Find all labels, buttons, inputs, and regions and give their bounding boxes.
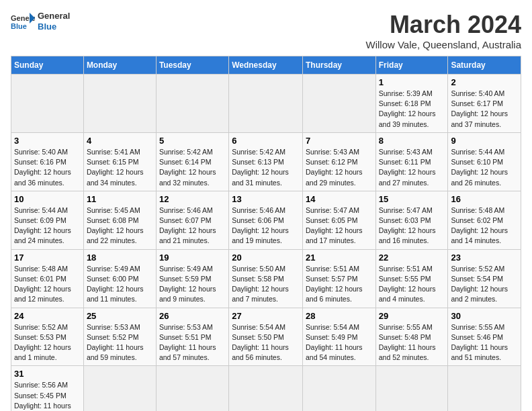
day-info: Sunrise: 5:52 AM Sunset: 5:53 PM Dayligh… — [14, 322, 81, 363]
calendar-cell — [229, 75, 303, 133]
day-info: Sunrise: 5:52 AM Sunset: 5:54 PM Dayligh… — [451, 264, 518, 305]
logo-general-text: General — [38, 11, 70, 21]
calendar-cell — [11, 75, 84, 133]
day-number: 10 — [14, 194, 81, 204]
day-info: Sunrise: 5:41 AM Sunset: 6:15 PM Dayligh… — [87, 147, 153, 188]
calendar-cell: 18Sunrise: 5:49 AM Sunset: 6:00 PM Dayli… — [83, 249, 156, 308]
calendar-cell: 11Sunrise: 5:45 AM Sunset: 6:08 PM Dayli… — [83, 191, 156, 249]
weekday-header: Friday — [375, 56, 448, 75]
day-number: 8 — [379, 136, 445, 146]
day-info: Sunrise: 5:44 AM Sunset: 6:09 PM Dayligh… — [14, 205, 81, 246]
calendar-cell — [448, 366, 521, 411]
day-number: 6 — [232, 136, 300, 146]
day-number: 11 — [87, 194, 153, 204]
day-number: 29 — [379, 311, 445, 321]
day-number: 4 — [87, 136, 153, 146]
calendar-cell: 29Sunrise: 5:55 AM Sunset: 5:48 PM Dayli… — [375, 308, 448, 366]
day-info: Sunrise: 5:46 AM Sunset: 6:07 PM Dayligh… — [159, 205, 226, 246]
calendar-week-row: 17Sunrise: 5:48 AM Sunset: 6:01 PM Dayli… — [11, 249, 521, 308]
day-info: Sunrise: 5:53 AM Sunset: 5:51 PM Dayligh… — [159, 322, 226, 363]
day-number: 20 — [232, 253, 300, 263]
calendar-cell: 1Sunrise: 5:39 AM Sunset: 6:18 PM Daylig… — [375, 75, 448, 133]
calendar-cell: 26Sunrise: 5:53 AM Sunset: 5:51 PM Dayli… — [156, 308, 228, 366]
day-info: Sunrise: 5:47 AM Sunset: 6:05 PM Dayligh… — [306, 205, 373, 246]
calendar-cell: 8Sunrise: 5:43 AM Sunset: 6:11 PM Daylig… — [375, 132, 448, 191]
location-title: Willow Vale, Queensland, Australia — [365, 39, 521, 50]
calendar-cell: 25Sunrise: 5:53 AM Sunset: 5:52 PM Dayli… — [83, 308, 156, 366]
day-number: 28 — [306, 311, 373, 321]
calendar-cell — [229, 366, 303, 411]
calendar-cell — [375, 366, 448, 411]
calendar-cell: 6Sunrise: 5:42 AM Sunset: 6:13 PM Daylig… — [229, 132, 303, 191]
calendar-cell — [302, 75, 375, 133]
day-number: 27 — [232, 311, 300, 321]
day-info: Sunrise: 5:47 AM Sunset: 6:03 PM Dayligh… — [379, 205, 445, 246]
logo-icon: General Blue — [11, 11, 35, 32]
calendar-cell: 17Sunrise: 5:48 AM Sunset: 6:01 PM Dayli… — [11, 249, 84, 308]
calendar-cell — [83, 366, 156, 411]
calendar-week-row: 24Sunrise: 5:52 AM Sunset: 5:53 PM Dayli… — [11, 308, 521, 366]
day-info: Sunrise: 5:51 AM Sunset: 5:55 PM Dayligh… — [379, 264, 445, 305]
calendar-week-row: 3Sunrise: 5:40 AM Sunset: 6:16 PM Daylig… — [11, 132, 521, 191]
day-number: 22 — [379, 253, 445, 263]
day-number: 30 — [451, 311, 518, 321]
day-number: 2 — [451, 77, 518, 87]
calendar-cell: 23Sunrise: 5:52 AM Sunset: 5:54 PM Dayli… — [448, 249, 521, 308]
calendar-cell: 5Sunrise: 5:42 AM Sunset: 6:14 PM Daylig… — [156, 132, 228, 191]
day-info: Sunrise: 5:42 AM Sunset: 6:14 PM Dayligh… — [159, 147, 226, 188]
day-info: Sunrise: 5:55 AM Sunset: 5:46 PM Dayligh… — [451, 322, 518, 363]
day-info: Sunrise: 5:50 AM Sunset: 5:58 PM Dayligh… — [232, 264, 300, 305]
day-info: Sunrise: 5:40 AM Sunset: 6:16 PM Dayligh… — [14, 147, 81, 188]
day-number: 15 — [379, 194, 445, 204]
day-info: Sunrise: 5:48 AM Sunset: 6:02 PM Dayligh… — [451, 205, 518, 246]
day-number: 25 — [87, 311, 153, 321]
calendar-cell: 19Sunrise: 5:49 AM Sunset: 5:59 PM Dayli… — [156, 249, 228, 308]
day-info: Sunrise: 5:49 AM Sunset: 5:59 PM Dayligh… — [159, 264, 226, 305]
day-number: 31 — [14, 369, 81, 379]
weekday-header: Tuesday — [156, 56, 228, 75]
weekday-header: Wednesday — [229, 56, 303, 75]
day-number: 13 — [232, 194, 300, 204]
logo: General Blue General Blue — [11, 11, 70, 32]
day-info: Sunrise: 5:44 AM Sunset: 6:10 PM Dayligh… — [451, 147, 518, 188]
calendar-cell — [302, 366, 375, 411]
calendar-cell — [83, 75, 156, 133]
calendar-cell: 22Sunrise: 5:51 AM Sunset: 5:55 PM Dayli… — [375, 249, 448, 308]
calendar-cell: 14Sunrise: 5:47 AM Sunset: 6:05 PM Dayli… — [302, 191, 375, 249]
day-info: Sunrise: 5:49 AM Sunset: 6:00 PM Dayligh… — [87, 264, 153, 305]
day-info: Sunrise: 5:46 AM Sunset: 6:06 PM Dayligh… — [232, 205, 300, 246]
calendar-cell: 7Sunrise: 5:43 AM Sunset: 6:12 PM Daylig… — [302, 132, 375, 191]
calendar-cell — [156, 366, 228, 411]
day-number: 12 — [159, 194, 226, 204]
day-number: 17 — [14, 253, 81, 263]
day-info: Sunrise: 5:54 AM Sunset: 5:50 PM Dayligh… — [232, 322, 300, 363]
calendar-cell: 30Sunrise: 5:55 AM Sunset: 5:46 PM Dayli… — [448, 308, 521, 366]
weekday-header: Saturday — [448, 56, 521, 75]
day-info: Sunrise: 5:39 AM Sunset: 6:18 PM Dayligh… — [379, 89, 445, 130]
calendar-cell: 9Sunrise: 5:44 AM Sunset: 6:10 PM Daylig… — [448, 132, 521, 191]
day-number: 26 — [159, 311, 226, 321]
day-info: Sunrise: 5:55 AM Sunset: 5:48 PM Dayligh… — [379, 322, 445, 363]
calendar-cell: 3Sunrise: 5:40 AM Sunset: 6:16 PM Daylig… — [11, 132, 84, 191]
header: General Blue General Blue March 2024 Wil… — [11, 11, 521, 50]
calendar-cell: 28Sunrise: 5:54 AM Sunset: 5:49 PM Dayli… — [302, 308, 375, 366]
day-info: Sunrise: 5:48 AM Sunset: 6:01 PM Dayligh… — [14, 264, 81, 305]
day-number: 16 — [451, 194, 518, 204]
calendar-cell: 10Sunrise: 5:44 AM Sunset: 6:09 PM Dayli… — [11, 191, 84, 249]
day-info: Sunrise: 5:43 AM Sunset: 6:12 PM Dayligh… — [306, 147, 373, 188]
calendar-week-row: 10Sunrise: 5:44 AM Sunset: 6:09 PM Dayli… — [11, 191, 521, 249]
month-title: March 2024 — [365, 11, 521, 39]
day-number: 3 — [14, 136, 81, 146]
calendar-cell: 24Sunrise: 5:52 AM Sunset: 5:53 PM Dayli… — [11, 308, 84, 366]
calendar-cell: 13Sunrise: 5:46 AM Sunset: 6:06 PM Dayli… — [229, 191, 303, 249]
day-info: Sunrise: 5:45 AM Sunset: 6:08 PM Dayligh… — [87, 205, 153, 246]
day-number: 19 — [159, 253, 226, 263]
day-number: 14 — [306, 194, 373, 204]
day-number: 5 — [159, 136, 226, 146]
calendar-week-row: 1Sunrise: 5:39 AM Sunset: 6:18 PM Daylig… — [11, 75, 521, 133]
day-info: Sunrise: 5:56 AM Sunset: 5:45 PM Dayligh… — [14, 380, 81, 411]
day-number: 1 — [379, 77, 445, 87]
calendar-cell: 4Sunrise: 5:41 AM Sunset: 6:15 PM Daylig… — [83, 132, 156, 191]
day-number: 21 — [306, 253, 373, 263]
calendar-cell: 16Sunrise: 5:48 AM Sunset: 6:02 PM Dayli… — [448, 191, 521, 249]
